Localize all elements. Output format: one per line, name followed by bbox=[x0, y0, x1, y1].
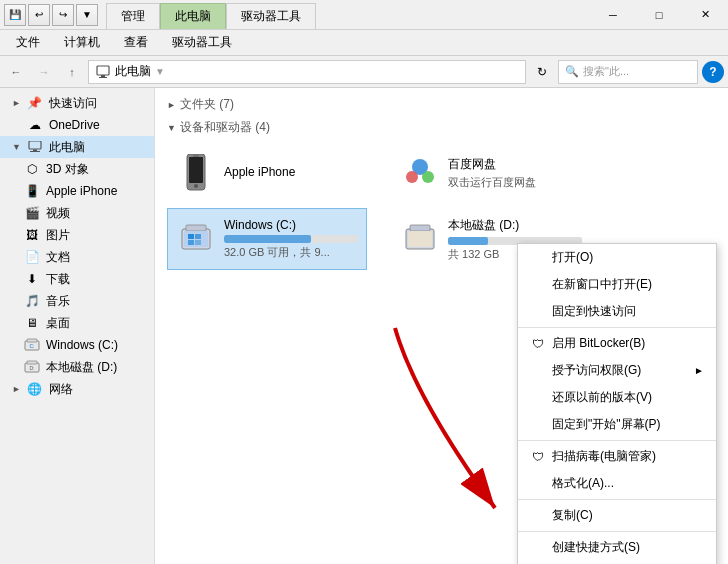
help-button[interactable]: ? bbox=[702, 61, 724, 83]
device-baidu[interactable]: 百度网盘 双击运行百度网盘 bbox=[391, 142, 591, 204]
menu-computer[interactable]: 计算机 bbox=[52, 30, 112, 55]
sidebar-label-local-d: 本地磁盘 (D:) bbox=[46, 359, 117, 376]
search-placeholder: 搜索"此... bbox=[583, 64, 629, 79]
sidebar-item-desktop[interactable]: 🖥 桌面 bbox=[0, 312, 154, 334]
device-apple-iphone[interactable]: Apple iPhone bbox=[167, 142, 367, 204]
svg-rect-28 bbox=[408, 231, 432, 247]
sidebar-label-network: 网络 bbox=[49, 381, 73, 398]
sidebar-label-music: 音乐 bbox=[46, 293, 70, 310]
sidebar-label-windows-c: Windows (C:) bbox=[46, 338, 118, 352]
svg-point-14 bbox=[194, 184, 198, 188]
sidebar-item-local-d[interactable]: D: 本地磁盘 (D:) bbox=[0, 356, 154, 378]
search-icon: 🔍 bbox=[565, 65, 579, 78]
tab-this-pc[interactable]: 此电脑 bbox=[160, 3, 226, 29]
sidebar-item-this-pc[interactable]: ▼ 此电脑 bbox=[0, 136, 154, 158]
search-box[interactable]: 🔍 搜索"此... bbox=[558, 60, 698, 84]
menubar: 文件 计算机 查看 驱动器工具 bbox=[0, 30, 728, 56]
forward-button[interactable]: → bbox=[32, 60, 56, 84]
menu-drive-tools[interactable]: 驱动器工具 bbox=[160, 30, 244, 55]
sidebar-label-downloads: 下载 bbox=[46, 271, 70, 288]
tab-manage[interactable]: 管理 bbox=[106, 3, 160, 29]
folder-chevron-icon: ► bbox=[167, 100, 176, 110]
baidu-device-name: 百度网盘 bbox=[448, 156, 582, 173]
ctx-open[interactable]: 打开(O) bbox=[518, 244, 716, 271]
chevron-icon: ► bbox=[12, 384, 21, 394]
svg-rect-4 bbox=[33, 150, 37, 152]
close-button[interactable]: ✕ bbox=[682, 0, 728, 30]
sidebar-item-documents[interactable]: 📄 文档 bbox=[0, 246, 154, 268]
computer-icon bbox=[95, 64, 111, 80]
properties-btn[interactable]: ▼ bbox=[76, 4, 98, 26]
sidebar-item-iphone[interactable]: 📱 Apple iPhone bbox=[0, 180, 154, 202]
ctx-bitlocker[interactable]: 🛡 启用 BitLocker(B) bbox=[518, 330, 716, 357]
virus-scan-icon: 🛡 bbox=[530, 450, 546, 464]
ctx-open-new-window[interactable]: 在新窗口中打开(E) bbox=[518, 271, 716, 298]
titlebar: 💾 ↩ ↪ ▼ 管理 此电脑 驱动器工具 ─ □ ✕ bbox=[0, 0, 728, 30]
svg-rect-15 bbox=[193, 156, 199, 157]
sidebar-label-onedrive: OneDrive bbox=[49, 118, 100, 132]
sidebar-item-onedrive[interactable]: ► ☁ OneDrive bbox=[0, 114, 154, 136]
download-icon: ⬇ bbox=[24, 271, 40, 287]
ctx-create-shortcut[interactable]: 创建快捷方式(S) bbox=[518, 534, 716, 561]
ctx-copy[interactable]: 复制(C) bbox=[518, 502, 716, 529]
windows-c-device-info: Windows (C:) 32.0 GB 可用，共 9... bbox=[224, 218, 358, 260]
sidebar: ► 📌 快速访问 ► ☁ OneDrive ▼ 此电脑 ⬡ 3D 对象 📱 Ap… bbox=[0, 88, 155, 564]
device-section-title: ▼ 设备和驱动器 (4) bbox=[167, 119, 716, 136]
submenu-arrow-icon: ► bbox=[694, 365, 704, 376]
svg-text:D:: D: bbox=[30, 365, 35, 371]
refresh-button[interactable]: ↻ bbox=[530, 60, 554, 84]
network-icon: 🌐 bbox=[27, 381, 43, 397]
windows-c-progress-fill bbox=[224, 235, 311, 243]
svg-rect-7 bbox=[27, 339, 37, 342]
sidebar-label-quick-access: 快速访问 bbox=[49, 95, 97, 112]
iphone-device-name: Apple iPhone bbox=[224, 165, 358, 179]
minimize-button[interactable]: ─ bbox=[590, 0, 636, 30]
ctx-grant-access[interactable]: 授予访问权限(G) ► bbox=[518, 357, 716, 384]
sidebar-item-video[interactable]: 🎬 视频 bbox=[0, 202, 154, 224]
quick-access-btn[interactable]: 💾 bbox=[4, 4, 26, 26]
ctx-pin-quick[interactable]: 固定到快速访问 bbox=[518, 298, 716, 325]
drive-d-icon: D: bbox=[24, 359, 40, 375]
menu-file[interactable]: 文件 bbox=[4, 30, 52, 55]
windows-c-device-icon bbox=[176, 219, 216, 259]
local-d-progress-fill bbox=[448, 237, 488, 245]
sidebar-item-quick-access[interactable]: ► 📌 快速访问 bbox=[0, 92, 154, 114]
sidebar-item-pictures[interactable]: 🖼 图片 bbox=[0, 224, 154, 246]
titlebar-tabs: 管理 此电脑 驱动器工具 bbox=[102, 0, 590, 29]
ctx-separator-4 bbox=[518, 531, 716, 532]
menu-view[interactable]: 查看 bbox=[112, 30, 160, 55]
addr-dropdown: ▼ bbox=[155, 66, 165, 77]
ctx-restore[interactable]: 还原以前的版本(V) bbox=[518, 384, 716, 411]
ctx-pin-start[interactable]: 固定到"开始"屏幕(P) bbox=[518, 411, 716, 438]
sidebar-label-pictures: 图片 bbox=[46, 227, 70, 244]
iphone-device-info: Apple iPhone bbox=[224, 165, 358, 181]
tab-drive-tools[interactable]: 驱动器工具 bbox=[226, 3, 316, 29]
address-box[interactable]: 此电脑 ▼ bbox=[88, 60, 526, 84]
sidebar-item-network[interactable]: ► 🌐 网络 bbox=[0, 378, 154, 400]
sidebar-item-3d[interactable]: ⬡ 3D 对象 bbox=[0, 158, 154, 180]
titlebar-left: 💾 ↩ ↪ ▼ bbox=[0, 0, 102, 29]
music-icon: 🎵 bbox=[24, 293, 40, 309]
svg-rect-1 bbox=[101, 75, 105, 77]
pin-icon: 📌 bbox=[27, 95, 43, 111]
video-icon: 🎬 bbox=[24, 205, 40, 221]
device-chevron-icon: ▼ bbox=[167, 123, 176, 133]
sidebar-item-windows-c[interactable]: C: Windows (C:) bbox=[0, 334, 154, 356]
sidebar-item-music[interactable]: 🎵 音乐 bbox=[0, 290, 154, 312]
undo-btn[interactable]: ↩ bbox=[28, 4, 50, 26]
device-windows-c[interactable]: Windows (C:) 32.0 GB 可用，共 9... bbox=[167, 208, 367, 270]
svg-rect-3 bbox=[29, 141, 41, 149]
ctx-scan-virus[interactable]: 🛡 扫描病毒(电脑管家) bbox=[518, 443, 716, 470]
ctx-format[interactable]: 格式化(A)... bbox=[518, 470, 716, 497]
windows-c-progress-bar bbox=[224, 235, 358, 243]
svg-rect-2 bbox=[99, 77, 107, 78]
sidebar-item-downloads[interactable]: ⬇ 下载 bbox=[0, 268, 154, 290]
iphone-device-icon bbox=[176, 153, 216, 193]
back-button[interactable]: ← bbox=[4, 60, 28, 84]
maximize-button[interactable]: □ bbox=[636, 0, 682, 30]
redo-btn[interactable]: ↪ bbox=[52, 4, 74, 26]
sidebar-label-3d: 3D 对象 bbox=[46, 161, 89, 178]
svg-rect-13 bbox=[189, 157, 203, 183]
up-button[interactable]: ↑ bbox=[60, 60, 84, 84]
local-d-device-name: 本地磁盘 (D:) bbox=[448, 217, 582, 234]
